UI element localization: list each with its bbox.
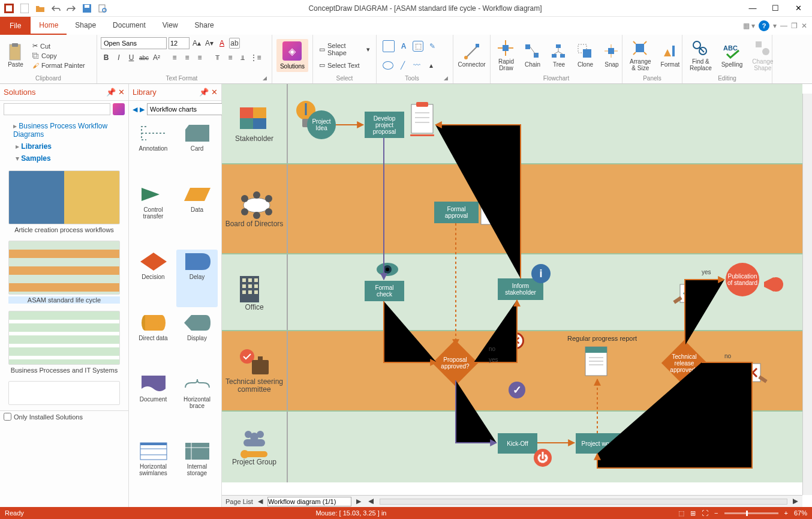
preview-icon[interactable] — [97, 3, 108, 14]
arrange-size-button[interactable]: Arrange & Size — [626, 39, 655, 73]
tree-root[interactable]: ▸ Business Process Workflow Diagrams — [5, 120, 124, 140]
pen-tool-icon[interactable]: ✎ — [427, 41, 438, 52]
page-select[interactable] — [267, 497, 351, 506]
select-shape-button[interactable]: ▭Select Shape ▾ — [317, 41, 372, 57]
ellipse-tool-icon[interactable] — [383, 61, 393, 70]
lib-next-icon[interactable]: ▶ — [140, 106, 145, 113]
subwin-restore-icon[interactable]: ❐ — [791, 22, 798, 30]
maximize-button[interactable]: ☐ — [765, 2, 786, 15]
align-right-icon[interactable]: ≡ — [194, 52, 205, 63]
tree-libraries[interactable]: ▸ Libraries — [5, 140, 124, 152]
status-icon-fit[interactable]: ⛶ — [702, 509, 708, 517]
font-select[interactable] — [101, 37, 167, 49]
project-idea-start[interactable]: Project Idea — [307, 110, 336, 139]
tab-shape[interactable]: Shape — [67, 17, 104, 35]
clone-button[interactable]: Clone — [573, 42, 597, 69]
shape-display[interactable]: Display — [176, 311, 218, 368]
superscript-button[interactable]: A² — [151, 52, 162, 63]
collapse-ribbon-icon[interactable]: ▾ — [773, 22, 777, 30]
app-icon[interactable] — [4, 3, 14, 14]
tree-samples[interactable]: ▾ Samples — [5, 152, 124, 164]
format-button[interactable]: Format — [657, 42, 684, 69]
formal-approval-box[interactable]: Formal approval — [434, 202, 479, 223]
rectangle-tool-icon[interactable] — [383, 40, 395, 52]
solutions-button[interactable]: ◈ Solutions — [276, 39, 308, 72]
undo-icon[interactable] — [50, 3, 61, 14]
highlight-icon[interactable]: ab — [229, 38, 240, 49]
font-size-select[interactable] — [169, 37, 190, 49]
page-prev-icon[interactable]: ◀ — [258, 497, 263, 505]
shape-control-transfer[interactable]: Control transfer — [133, 182, 174, 247]
subwin-minimize-icon[interactable]: — — [780, 22, 787, 30]
line-tool-icon[interactable]: ╱ — [397, 60, 408, 71]
zoom-slider[interactable] — [724, 512, 778, 514]
shape-data[interactable]: Data — [176, 182, 218, 247]
tech-release-approved-decision[interactable]: Technical release approved? — [661, 340, 707, 386]
align-middle-icon[interactable]: ≡ — [225, 52, 236, 63]
align-center-icon[interactable]: ≡ — [182, 52, 193, 63]
shrink-font-icon[interactable]: A▾ — [204, 38, 215, 49]
shape-horizontal-swimlanes[interactable]: Horizontal swimlanes — [133, 439, 174, 503]
save-icon[interactable] — [82, 3, 92, 14]
connector-button[interactable]: Connector — [454, 42, 489, 69]
spelling-button[interactable]: ABCSpelling — [718, 42, 747, 69]
select-text-button[interactable]: ▭Select Text — [317, 61, 362, 70]
sample-item[interactable]: ASAM standard life cycle — [8, 241, 120, 304]
help-icon[interactable]: ? — [759, 20, 769, 31]
open-icon[interactable] — [35, 3, 46, 14]
zoom-in-button[interactable]: + — [784, 509, 788, 517]
minimize-button[interactable]: — — [742, 2, 763, 15]
bold-button[interactable]: B — [101, 52, 112, 63]
lib-prev-icon[interactable]: ◀ — [133, 106, 137, 113]
options-icon[interactable]: ▦ ▾ — [743, 22, 755, 30]
zoom-out-button[interactable]: − — [714, 509, 718, 517]
copy-button[interactable]: ⿻Copy — [30, 52, 88, 60]
shape-delay[interactable]: Delay — [176, 250, 218, 307]
sample-item[interactable] — [8, 381, 120, 407]
grow-font-icon[interactable]: A▴ — [191, 38, 202, 49]
page-next-icon[interactable]: ▶ — [356, 497, 361, 505]
publication-end[interactable]: Publication of standard — [726, 263, 759, 296]
align-bottom-icon[interactable]: ⫫ — [237, 52, 248, 63]
tree-button[interactable]: Tree — [547, 42, 571, 69]
cut-button[interactable]: ✂Cut — [30, 41, 88, 50]
close-button[interactable]: ✕ — [788, 2, 808, 15]
scroll-right-icon[interactable]: ⯈ — [792, 498, 799, 505]
chain-button[interactable]: Chain — [521, 42, 545, 69]
shape-card[interactable]: Card — [176, 121, 218, 179]
bullet-list-icon[interactable]: ⋮≡ — [250, 52, 261, 63]
shape-document[interactable]: Document — [133, 372, 174, 436]
diagram-canvas[interactable]: Stakeholder Board of Directors — [222, 84, 802, 495]
solutions-search-input[interactable] — [4, 103, 110, 115]
tools-launcher[interactable]: ◢ — [444, 75, 449, 82]
change-shape-button[interactable]: Change Shape — [748, 39, 777, 73]
sample-item[interactable]: Article creation process workflows — [8, 170, 120, 233]
shape-internal-storage[interactable]: Internal storage — [176, 439, 218, 503]
formal-check-box[interactable]: Formal check — [365, 281, 404, 301]
find-replace-button[interactable]: Find & Replace — [686, 39, 715, 73]
close-panel-icon[interactable]: ✕ — [211, 88, 218, 97]
rapid-draw-button[interactable]: Rapid Draw — [494, 39, 518, 73]
pin-icon[interactable]: 📌 — [199, 88, 209, 97]
subwin-close-icon[interactable]: ✕ — [801, 22, 807, 30]
shape-decision[interactable]: Decision — [133, 250, 174, 307]
proposal-approved-decision[interactable]: Proposal approved? — [432, 340, 478, 386]
new-icon[interactable] — [19, 3, 30, 14]
italic-button[interactable]: I — [113, 52, 124, 63]
scrollbar-horizontal[interactable] — [380, 499, 787, 505]
tab-home[interactable]: Home — [31, 17, 67, 35]
status-icon-grid[interactable]: ⊞ — [690, 509, 696, 517]
tab-share[interactable]: Share — [187, 17, 222, 35]
status-icon-pointer[interactable]: ⬚ — [678, 509, 684, 517]
curve-tool-icon[interactable]: 〰 — [411, 60, 422, 71]
text-tool-icon[interactable]: A — [398, 41, 409, 52]
tab-document[interactable]: Document — [104, 17, 154, 35]
align-top-icon[interactable]: ⫪ — [212, 52, 223, 63]
shape-horizontal-brace[interactable]: Horizontal brace — [176, 372, 218, 436]
pin-icon[interactable]: 📌 — [106, 88, 116, 97]
font-color-icon[interactable]: A — [216, 38, 227, 49]
underline-button[interactable]: U — [126, 52, 137, 63]
format-painter-button[interactable]: 🖌Format Painter — [30, 61, 88, 70]
solutions-search-button[interactable] — [113, 103, 125, 115]
redo-icon[interactable] — [66, 3, 77, 14]
